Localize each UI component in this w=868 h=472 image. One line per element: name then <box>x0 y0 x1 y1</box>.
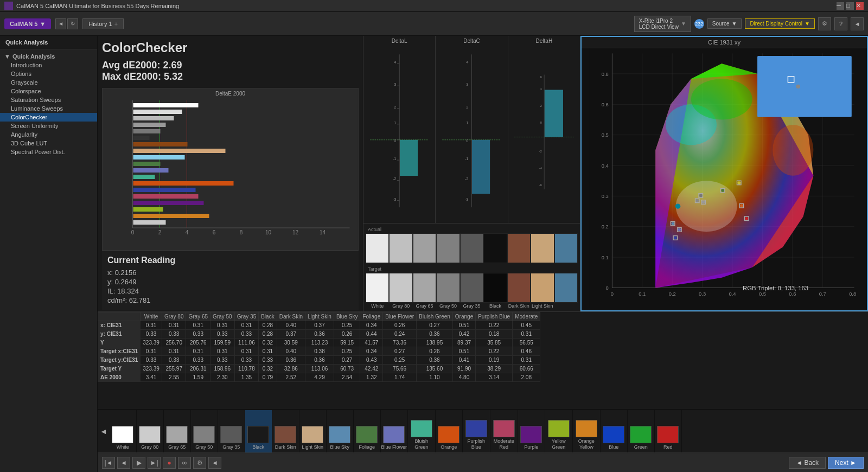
svg-point-135 <box>678 228 681 232</box>
svg-text:0.8: 0.8 <box>602 71 609 77</box>
chip-item-light-skin[interactable]: Light Skin <box>299 410 327 452</box>
chip-item-red[interactable]: Red <box>655 410 682 452</box>
chip-name: Purple <box>524 444 538 450</box>
svg-text:0.4: 0.4 <box>602 163 609 169</box>
nav-refresh-button[interactable]: ↻ <box>67 18 78 29</box>
chip-item-gray-35[interactable]: Gray 35 <box>218 410 245 452</box>
play-button[interactable]: ▶ <box>132 457 145 469</box>
settings-button[interactable]: ⚙ <box>818 17 831 30</box>
table-cell: 0.31 <box>513 330 540 339</box>
y-label: y: <box>107 278 113 286</box>
maximize-button[interactable]: □ <box>846 2 854 10</box>
sidebar-item-3d-cube-lut[interactable]: 3D Cube LUT <box>0 139 97 148</box>
play-end-button[interactable]: ►| <box>148 457 161 469</box>
history-tab[interactable]: History 1 + <box>82 18 124 29</box>
chip-item-purple[interactable]: Purple <box>518 410 545 452</box>
next-button[interactable]: Next ► <box>828 457 864 469</box>
close-button[interactable]: ✕ <box>856 2 864 10</box>
svg-rect-3 <box>133 103 199 107</box>
chip-item-blue[interactable]: Blue <box>601 410 628 452</box>
sidebar: Quick Analysis ▼ Quick Analysis Introduc… <box>0 36 98 472</box>
chip-item-orange[interactable]: Orange <box>436 410 463 452</box>
chip-item-purplish-blue[interactable]: Purplish Blue <box>463 410 490 452</box>
sidebar-item-luminance-sweeps[interactable]: Luminance Sweeps <box>0 104 97 113</box>
chip-item-gray-80[interactable]: Gray 80 <box>137 410 164 452</box>
data-table-area[interactable]: WhiteGray 80Gray 65Gray 50Gray 35BlackDa… <box>98 311 868 409</box>
swatch-label: Gray 65 <box>413 303 436 309</box>
table-cell: 3.41 <box>141 373 162 382</box>
chip-color <box>193 426 215 443</box>
logo-text: CalMAN 5 <box>10 21 37 27</box>
chip-item-black[interactable]: Black <box>245 410 272 452</box>
sidebar-item-screen-uniformity[interactable]: Screen Uniformity <box>0 122 97 130</box>
device-selector[interactable]: X-Rite i1Pro 2LCD Direct View ▼ <box>634 16 691 32</box>
record-button[interactable]: ● <box>163 457 176 469</box>
minimize-button[interactable]: ─ <box>837 2 844 10</box>
table-header: Light Skin <box>305 312 334 321</box>
table-cell: 0.27 <box>334 356 360 365</box>
svg-text:0.1: 0.1 <box>639 291 646 297</box>
svg-rect-19 <box>133 207 163 212</box>
table-cell: 0.33 <box>186 330 210 339</box>
add-history-icon[interactable]: + <box>114 21 118 27</box>
svg-point-129 <box>740 204 743 207</box>
play-begin-button[interactable]: |◄ <box>102 457 115 469</box>
chip-name: Yellow Green <box>545 438 572 450</box>
current-reading-panel: Current Reading x: 0.2156 y: 0.2649 fL: … <box>102 251 359 310</box>
direct-display-selector[interactable]: Direct Display Control ▼ <box>745 18 815 29</box>
table-header: Orange <box>452 312 475 321</box>
chip-item-yellow-green[interactable]: Yellow Green <box>545 410 573 452</box>
sidebar-item-saturation-sweeps[interactable]: Saturation Sweeps <box>0 95 97 104</box>
table-cell: 0.33 <box>210 356 235 365</box>
strip-scroll-left[interactable]: ◄ <box>98 410 110 452</box>
cdm2-label: cd/m²: <box>107 296 127 304</box>
table-cell: 323.39 <box>141 339 162 347</box>
actual-swatch <box>389 233 412 263</box>
svg-text:4: 4 <box>540 87 541 91</box>
bottom-chip-strip[interactable]: ◄ WhiteGray 80Gray 65Gray 50Gray 35Black… <box>98 409 868 452</box>
help-button[interactable]: ? <box>834 17 847 30</box>
play-back-button[interactable]: ◄ <box>117 457 130 469</box>
chip-item-blue-sky[interactable]: Blue Sky <box>327 410 354 452</box>
svg-text:-1: -1 <box>393 156 397 161</box>
loop-button[interactable]: ∞ <box>178 457 191 469</box>
chip-name: Blue Flower <box>381 444 407 450</box>
table-cell: 0.28 <box>259 321 277 330</box>
chip-item-orange-yellow[interactable]: Orange Yellow <box>573 410 601 452</box>
settings-small-button[interactable]: ⚙ <box>193 457 206 469</box>
table-cell: 0.31 <box>186 321 210 330</box>
chip-item-gray-50[interactable]: Gray 50 <box>191 410 218 452</box>
chip-item-green[interactable]: Green <box>628 410 655 452</box>
chip-item-white[interactable]: White <box>110 410 137 452</box>
sidebar-item-colorchecker[interactable]: ColorChecker <box>0 113 97 122</box>
chip-item-blue-flower[interactable]: Blue Flower <box>381 410 408 452</box>
svg-point-114 <box>773 125 813 176</box>
chip-name: Black <box>252 444 264 450</box>
source-selector[interactable]: Source ▼ <box>707 18 742 29</box>
back-button[interactable]: ◄ Back <box>789 457 826 469</box>
table-cell: 1.74 <box>383 373 417 382</box>
swatch-labels: WhiteGray 80Gray 65Gray 50Gray 35BlackDa… <box>366 303 578 309</box>
cie-svg: 0 0.1 0.2 0.3 0.4 0.5 0.6 0.7 0.8 0 0.1 … <box>582 48 867 308</box>
chip-item-gray-65[interactable]: Gray 65 <box>164 410 191 452</box>
collapse-button[interactable]: ◄ <box>851 17 864 30</box>
chip-item-foliage[interactable]: Foliage <box>354 410 381 452</box>
window-controls[interactable]: ─ □ ✕ <box>837 2 864 10</box>
swatch-label: Dark Skin <box>507 303 531 309</box>
direct-display-label: Direct Display Control <box>750 21 802 27</box>
chip-item-bluish-green[interactable]: Bluish Green <box>408 410 436 452</box>
sidebar-item-introduction[interactable]: Introduction <box>0 61 97 69</box>
target-swatch <box>483 273 507 303</box>
sidebar-item-grayscale[interactable]: Grayscale <box>0 78 97 87</box>
prev-arrow-button[interactable]: ◄ <box>208 457 221 469</box>
sidebar-group-label[interactable]: ▼ Quick Analysis <box>0 52 97 61</box>
chip-item-moderate-red[interactable]: Moderate Red <box>490 410 518 452</box>
sidebar-item-spectral-power-dist.[interactable]: Spectral Power Dist. <box>0 148 97 156</box>
chip-item-dark-skin[interactable]: Dark Skin <box>272 410 299 452</box>
sidebar-item-angularity[interactable]: Angularity <box>0 130 97 139</box>
nav-back-button[interactable]: ◄ <box>55 18 66 29</box>
table-cell: 0.42 <box>452 330 475 339</box>
sidebar-item-options[interactable]: Options <box>0 69 97 78</box>
sidebar-item-colorspace[interactable]: Colorspace <box>0 87 97 95</box>
logo-arrow[interactable]: ▼ <box>40 21 46 27</box>
